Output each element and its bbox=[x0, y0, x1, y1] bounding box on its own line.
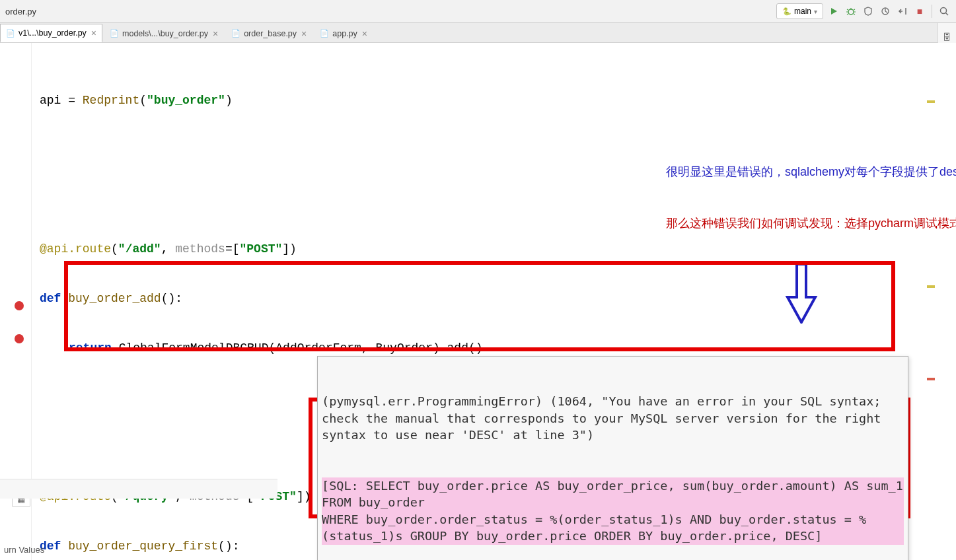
code-text: Redprint bbox=[83, 92, 139, 109]
top-toolbar: order.py 🐍 main ▾ ■ bbox=[0, 0, 956, 23]
bottom-label: urn Values bbox=[0, 542, 48, 557]
attach-icon[interactable] bbox=[896, 5, 909, 18]
run-icon[interactable] bbox=[827, 5, 840, 18]
stop-icon[interactable]: ■ bbox=[913, 5, 926, 18]
code-text: return bbox=[69, 340, 119, 357]
tab-label: models\...\buy_order.py bbox=[122, 29, 208, 38]
editor-tabs-bar: 📄 v1\...\buy_order.py × 📄 models\...\buy… bbox=[0, 23, 956, 43]
editor-error-stripe[interactable] bbox=[927, 87, 935, 530]
annotation-overlay: 很明显这里是错误的，sqlalchemy对每个字段提供了desc()和asc()… bbox=[666, 129, 897, 266]
run-config-name: main bbox=[794, 7, 811, 16]
error-tooltip: (pymysql.err.ProgrammingError) (1064, "Y… bbox=[317, 356, 908, 560]
code-text: BuyOrder bbox=[376, 340, 433, 357]
profile-icon[interactable] bbox=[879, 5, 892, 18]
code-text: .add() bbox=[440, 340, 483, 357]
tab-label: v1\...\buy_order.py bbox=[18, 28, 87, 38]
close-icon[interactable]: × bbox=[301, 28, 307, 39]
code-text: "buy_order" bbox=[147, 92, 225, 109]
code-text: buy_order_add bbox=[68, 291, 161, 307]
chevron-down-icon: ▾ bbox=[814, 8, 817, 15]
tab-label: app.py bbox=[332, 29, 357, 38]
close-icon[interactable]: × bbox=[213, 28, 218, 39]
tab-buy-order-models[interactable]: 📄 models\...\buy_order.py × bbox=[104, 24, 224, 42]
python-file-icon: 📄 bbox=[231, 29, 240, 38]
annotation-blue-text: 很明显这里是错误的，sqlalchemy对每个字段提供了desc()和asc()… bbox=[666, 163, 897, 180]
tab-buy-order-v1[interactable]: 📄 v1\...\buy_order.py × bbox=[0, 24, 102, 42]
window-title-fragment: order.py bbox=[5, 7, 36, 17]
code-text: @api.route bbox=[40, 241, 111, 258]
bottom-panel-divider bbox=[0, 479, 277, 499]
code-text: buy_order_query_first bbox=[68, 538, 218, 555]
database-icon: 🗄 bbox=[943, 32, 951, 42]
code-text: "POST" bbox=[240, 241, 283, 258]
debug-icon[interactable] bbox=[844, 5, 858, 18]
code-text: GlobalFormModelDBCRUD bbox=[119, 340, 269, 357]
code-text: api = bbox=[40, 92, 83, 109]
tab-app[interactable]: 📄 app.py × bbox=[314, 24, 373, 42]
code-text: "/add" bbox=[118, 241, 161, 258]
python-file-icon: 📄 bbox=[110, 29, 119, 38]
toolbar-separator bbox=[932, 5, 932, 18]
code-text: AddOrderForm bbox=[276, 340, 361, 357]
run-config-selector[interactable]: 🐍 main ▾ bbox=[776, 3, 823, 19]
code-text: def bbox=[40, 291, 68, 307]
breakpoint-icon[interactable] bbox=[15, 301, 24, 310]
annotation-arrow-icon bbox=[742, 248, 818, 345]
breakpoint-icon[interactable] bbox=[15, 334, 24, 343]
python-file-icon: 📄 bbox=[6, 29, 15, 38]
code-text: methods bbox=[175, 241, 225, 258]
python-icon: 🐍 bbox=[782, 7, 791, 16]
tab-label: order_base.py bbox=[244, 29, 297, 38]
svg-point-2 bbox=[941, 8, 947, 14]
run-coverage-icon[interactable] bbox=[862, 5, 875, 18]
tab-order-base[interactable]: 📄 order_base.py × bbox=[225, 24, 313, 42]
close-icon[interactable]: × bbox=[91, 28, 96, 38]
close-icon[interactable]: × bbox=[362, 28, 367, 39]
svg-point-0 bbox=[848, 9, 854, 15]
python-file-icon: 📄 bbox=[320, 29, 329, 38]
search-icon[interactable] bbox=[938, 5, 951, 18]
error-message: (pymysql.err.ProgrammingError) (1064, "Y… bbox=[322, 393, 904, 444]
annotation-red-text: 那么这种错误我们如何调试发现：选择pycharm调试模式,运行异常提示的时候会给… bbox=[666, 215, 897, 232]
error-sql: [SQL: SELECT buy_order.price AS buy_orde… bbox=[322, 477, 904, 545]
